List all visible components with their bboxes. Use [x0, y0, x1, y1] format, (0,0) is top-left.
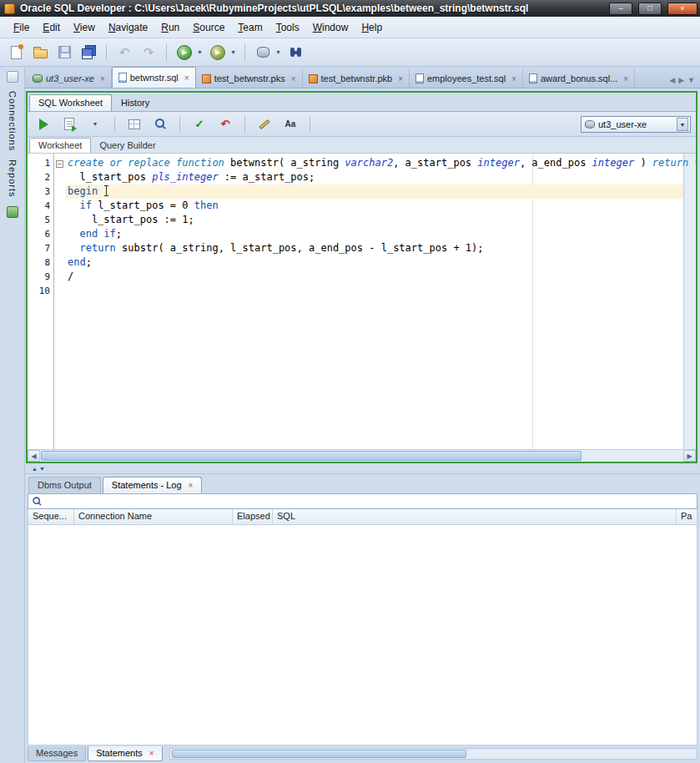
statements-table-body[interactable]	[28, 525, 697, 745]
fold-marker	[54, 199, 65, 213]
tab-close-icon[interactable]: ×	[189, 481, 194, 490]
fold-marker[interactable]: −	[54, 156, 65, 170]
footer-tab-messages[interactable]: Messages	[28, 746, 86, 761]
worksheet-toolbar: ▼✓↶Aa ut3_user-xe ▼	[28, 112, 696, 137]
footer-scrollbar[interactable]	[169, 748, 697, 760]
code-line[interactable]: end if;	[65, 227, 683, 241]
collapse-down-button[interactable]: ▼	[39, 466, 45, 472]
text-cursor	[106, 185, 107, 196]
menu-edit[interactable]: Edit	[36, 18, 67, 37]
tab-test-betwnstr-pkb[interactable]: test_betwnstr.pkb×	[303, 69, 410, 88]
connection-selector[interactable]: ut3_user-xe ▼	[581, 116, 691, 133]
autotrace-button[interactable]	[123, 114, 145, 135]
column-header-connection-name[interactable]: Connection Name	[74, 509, 233, 524]
footer-scrollbar-thumb[interactable]	[172, 750, 467, 758]
connection-dropdown-icon[interactable]: ▼	[677, 118, 688, 131]
tab-award-bonus-sql[interactable]: award_bonus.sql...×	[523, 69, 635, 88]
tab-close-icon[interactable]: ×	[398, 74, 403, 83]
reports-panel-icon[interactable]	[7, 206, 18, 218]
minimize-button[interactable]: –	[609, 3, 632, 15]
reports-panel-tab[interactable]: Reports	[8, 159, 18, 198]
clear-button[interactable]	[254, 114, 275, 135]
tab-scroll-right-icon[interactable]: ▶	[678, 76, 684, 84]
tab-close-icon[interactable]: ×	[623, 74, 628, 83]
panel-splitter[interactable]: ▲ ▼	[25, 463, 700, 473]
run-button[interactable]: ▶	[174, 42, 195, 63]
column-header-pa[interactable]: Pa	[677, 509, 697, 524]
run-options-dropdown-button[interactable]: ▼	[84, 114, 106, 135]
dock-panel-icon[interactable]	[7, 71, 18, 83]
code-editor[interactable]: 12345678910 − create or replace function…	[28, 154, 696, 449]
find-db-objects-button[interactable]	[285, 42, 307, 63]
tab-close-icon[interactable]: ×	[184, 73, 189, 83]
tab-history[interactable]: History	[113, 95, 158, 111]
subtab-query-builder[interactable]: Query Builder	[91, 139, 164, 153]
run-script-button[interactable]	[58, 114, 80, 135]
code-line[interactable]: l_start_pos pls_integer := a_start_pos;	[65, 170, 683, 184]
tab-dbms-output[interactable]: Dbms Output	[28, 477, 101, 493]
tab-employees-test-sql[interactable]: employees_test.sql×	[410, 69, 523, 88]
subtab-worksheet[interactable]: Worksheet	[29, 138, 91, 153]
case-toggle-button[interactable]: Aa	[279, 114, 301, 135]
code-line[interactable]: l_start_pos := 1;	[65, 213, 683, 227]
scroll-right-button[interactable]: ▶	[683, 450, 696, 462]
menu-window[interactable]: Window	[306, 18, 355, 37]
scroll-left-button[interactable]: ◀	[28, 450, 40, 462]
tab-scroll-left-icon[interactable]: ◀	[669, 76, 675, 84]
run-statement-button[interactable]	[33, 114, 54, 135]
column-header-seque[interactable]: Seque...	[28, 509, 74, 524]
menu-team[interactable]: Team	[231, 18, 269, 37]
menu-help[interactable]: Help	[355, 18, 389, 37]
new-file-button[interactable]	[5, 42, 27, 63]
open-file-button[interactable]	[29, 42, 51, 63]
statements-filter[interactable]	[28, 493, 697, 509]
code-area[interactable]: create or replace function betwnstr( a_s…	[65, 154, 683, 449]
tab-test-betwnstr-pks[interactable]: test_betwnstr.pks×	[196, 69, 303, 88]
connections-panel-tab[interactable]: Connections	[8, 91, 18, 151]
menu-tools[interactable]: Tools	[269, 18, 306, 37]
footer-tab-statements[interactable]: Statements×	[88, 746, 162, 761]
connections-dropdown-icon[interactable]: ▼	[274, 49, 283, 55]
code-line[interactable]	[65, 284, 683, 298]
commit-button[interactable]: ✓	[189, 114, 210, 135]
debug-dropdown-icon[interactable]: ▼	[229, 49, 238, 55]
code-line[interactable]: create or replace function betwnstr( a_s…	[65, 156, 683, 170]
connections-button[interactable]	[252, 42, 274, 63]
code-line[interactable]: end;	[65, 255, 683, 270]
tab-close-icon[interactable]: ×	[291, 74, 296, 83]
tab-statements-log[interactable]: Statements - Log×	[103, 477, 203, 493]
tab-betwnstr-sql[interactable]: betwnstr.sql×	[112, 67, 196, 88]
code-line[interactable]: if l_start_pos = 0 then	[65, 199, 683, 213]
column-header-sql[interactable]: SQL	[273, 509, 677, 524]
menu-file[interactable]: File	[7, 18, 36, 37]
menu-source[interactable]: Source	[186, 18, 231, 37]
rollback-button[interactable]: ↶	[214, 114, 236, 135]
column-header-elapsed[interactable]: Elapsed	[233, 509, 273, 524]
editor-horizontal-scrollbar[interactable]: ◀ ▶	[28, 449, 696, 462]
tab-ut3-user-xe[interactable]: ut3_user-xe×	[27, 69, 112, 88]
scrollbar-thumb[interactable]	[41, 451, 582, 461]
save-all-button[interactable]	[78, 42, 99, 63]
editor-vertical-scrollbar[interactable]	[683, 154, 696, 449]
filter-input[interactable]	[46, 495, 693, 508]
close-button[interactable]: ×	[667, 3, 697, 15]
tab-close-icon[interactable]: ×	[149, 749, 154, 758]
code-line[interactable]: /	[65, 270, 683, 284]
debug-button[interactable]: ▶	[207, 42, 229, 63]
explain-plan-button[interactable]	[149, 114, 171, 135]
menu-view[interactable]: View	[67, 18, 102, 37]
code-line[interactable]: begin	[65, 184, 683, 199]
scrollbar-track[interactable]	[40, 450, 683, 462]
line-number: 9	[28, 270, 50, 284]
collapse-up-button[interactable]: ▲	[32, 466, 38, 472]
maximize-button[interactable]: □	[638, 3, 662, 15]
code-fold-icon[interactable]: −	[56, 160, 63, 168]
tab-list-dropdown-icon[interactable]: ▼	[687, 76, 695, 84]
tab-close-icon[interactable]: ×	[511, 74, 516, 83]
tab-sql-worksheet[interactable]: SQL Worksheet	[29, 94, 112, 111]
menu-run[interactable]: Run	[154, 18, 186, 37]
code-line[interactable]: return substr( a_string, l_start_pos, a_…	[65, 241, 683, 255]
tab-close-icon[interactable]: ×	[100, 74, 105, 83]
run-dropdown-icon[interactable]: ▼	[195, 49, 204, 55]
menu-navigate[interactable]: Navigate	[102, 18, 154, 37]
